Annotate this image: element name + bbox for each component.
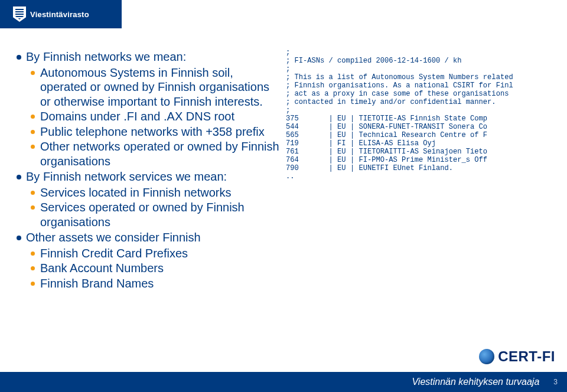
slide-header: Viestintävirasto xyxy=(0,0,567,28)
slide: Viestintävirasto By Finnish networks we … xyxy=(0,0,567,392)
certfi-logo: CERT-FI xyxy=(479,348,555,365)
brand-band: Viestintävirasto xyxy=(0,0,122,28)
bullet-l1d: Other networks operated or owned by Finn… xyxy=(40,139,280,168)
bullet-text: Other assets we consider Finnish xyxy=(26,231,201,244)
bullet-l1b: Domains under .FI and .AX DNS root xyxy=(40,109,280,124)
content-area: By Finnish networks we mean: Autonomous … xyxy=(15,48,552,291)
shield-icon xyxy=(13,6,26,22)
bullet-text: Finnish Credit Card Prefixes xyxy=(40,247,188,260)
globe-icon xyxy=(479,349,494,364)
bullet-text: Autonomous Systems in Finnish soil, oper… xyxy=(40,66,269,108)
brand-name: Viestintävirasto xyxy=(30,10,89,19)
bullet-text: Bank Account Numbers xyxy=(40,262,164,275)
bullet-l1: By Finnish networks we mean: Autonomous … xyxy=(26,50,280,168)
bullet-text: Services operated or owned by Finnish or… xyxy=(40,201,245,228)
bullet-text: By Finnish networks we mean: xyxy=(26,50,186,63)
bullet-text: Other networks operated or owned by Finn… xyxy=(40,140,279,168)
bullet-l2a: Services located in Finnish networks xyxy=(40,185,280,200)
bullet-text: Domains under .FI and .AX DNS root xyxy=(40,110,234,123)
bullet-l3b: Bank Account Numbers xyxy=(40,261,280,276)
bullet-text: By Finnish network services we mean: xyxy=(26,170,227,183)
bullet-text: Finnish Brand Names xyxy=(40,277,154,290)
footer-tagline: Viestinnän kehityksen turvaaja xyxy=(412,377,539,387)
bullet-l3c: Finnish Brand Names xyxy=(40,276,280,291)
bullet-l3a: Finnish Credit Card Prefixes xyxy=(40,246,280,261)
bullet-l2: By Finnish network services we mean: Ser… xyxy=(26,169,280,229)
slide-footer: Viestinnän kehityksen turvaaja 3 xyxy=(0,372,567,392)
bullet-text: Public telephone networks with +358 pref… xyxy=(40,125,265,138)
left-column: By Finnish networks we mean: Autonomous … xyxy=(15,48,280,291)
bullet-l1a: Autonomous Systems in Finnish soil, oper… xyxy=(40,66,280,109)
bullet-l2b: Services operated or owned by Finnish or… xyxy=(40,200,280,229)
bullet-l3: Other assets we consider Finnish Finnish… xyxy=(26,230,280,290)
page-number: 3 xyxy=(553,378,558,386)
certfi-label: CERT-FI xyxy=(498,348,555,365)
right-column-code: ; ; FI-ASNs / compiled 2006-12-14-1600 /… xyxy=(286,48,552,291)
bullet-l1c: Public telephone networks with +358 pref… xyxy=(40,125,280,139)
bullet-text: Services located in Finnish networks xyxy=(40,186,231,199)
